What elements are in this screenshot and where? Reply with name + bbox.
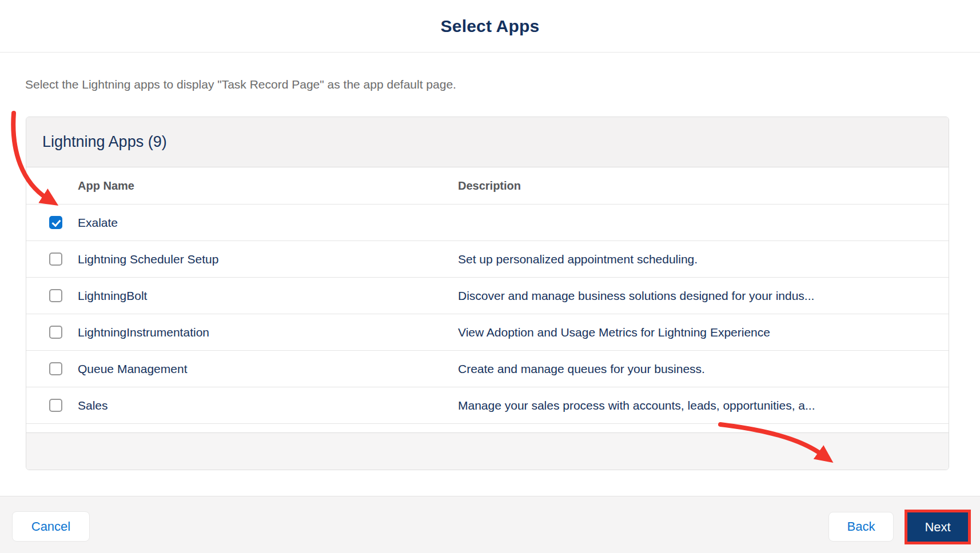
card-header: Lightning Apps (9) — [26, 117, 949, 167]
next-button[interactable]: Next — [907, 512, 968, 542]
app-description: Discover and manage business solutions d… — [458, 289, 949, 303]
select-apps-dialog: Select Apps Select the Lightning apps to… — [0, 0, 980, 553]
dialog-header: Select Apps — [0, 0, 980, 53]
app-description: View Adoption and Usage Metrics for Ligh… — [458, 326, 949, 339]
app-description: Create and manage queues for your busine… — [458, 362, 949, 376]
table-header-row: App Name Description — [26, 167, 949, 204]
table-row: LightningInstrumentation View Adoption a… — [26, 314, 949, 350]
row-checkbox[interactable] — [49, 362, 62, 375]
table-row: Exalate — [26, 204, 949, 241]
next-button-highlight-box: Next — [905, 510, 971, 544]
app-name: LightningInstrumentation — [78, 326, 458, 339]
app-description: Manage your sales process with accounts,… — [458, 399, 949, 412]
table-row: LightningBolt Discover and manage busine… — [26, 277, 949, 314]
table-row: Queue Management Create and manage queue… — [26, 350, 949, 387]
page-title: Select Apps — [441, 17, 540, 36]
app-name: Queue Management — [78, 362, 458, 376]
card-footer — [26, 432, 949, 470]
instruction-text: Select the Lightning apps to display "Ta… — [25, 78, 456, 91]
row-checkbox[interactable] — [49, 399, 62, 412]
row-checkbox[interactable] — [49, 216, 62, 229]
app-name: Sales — [78, 399, 458, 412]
app-name: LightningBolt — [78, 289, 458, 303]
partially-visible-row — [26, 423, 949, 432]
table-row: Sales Manage your sales process with acc… — [26, 387, 949, 423]
back-button[interactable]: Back — [828, 512, 894, 542]
row-checkbox[interactable] — [49, 289, 62, 302]
lightning-apps-card: Lightning Apps (9) App Name Description … — [26, 117, 949, 470]
action-bar: Cancel Back Next — [0, 496, 980, 553]
app-name: Exalate — [78, 216, 458, 230]
column-header-description: Description — [458, 179, 949, 193]
column-header-app-name: App Name — [78, 179, 458, 193]
table-row: Lightning Scheduler Setup Set up persona… — [26, 241, 949, 277]
cancel-button[interactable]: Cancel — [12, 511, 90, 542]
app-name: Lightning Scheduler Setup — [78, 253, 458, 266]
app-description: Set up personalized appointment scheduli… — [458, 253, 949, 266]
row-checkbox[interactable] — [49, 326, 62, 339]
card-title: Lightning Apps (9) — [42, 133, 167, 151]
row-checkbox[interactable] — [49, 253, 62, 266]
